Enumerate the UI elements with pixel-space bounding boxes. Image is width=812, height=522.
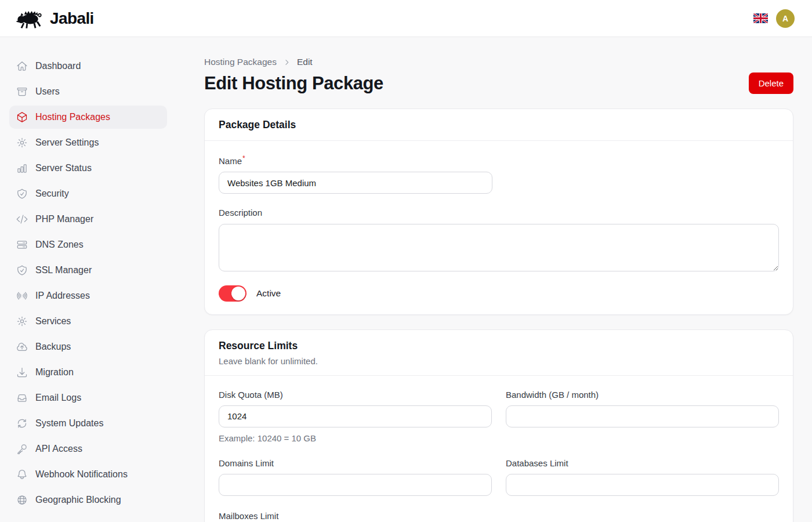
brand-name: Jabali: [50, 9, 94, 28]
sidebar-item-label: Webhook Notifications: [35, 470, 128, 479]
sidebar-item-services[interactable]: Services: [9, 310, 167, 333]
bandwidth-label: Bandwidth (GB / month): [506, 390, 779, 400]
bandwidth-input[interactable]: [506, 405, 779, 427]
sidebar-item-label: Server Status: [35, 164, 92, 173]
toggle-knob: [231, 287, 245, 300]
key-icon: [16, 443, 28, 455]
databases-limit-field: Databases Limit: [506, 458, 779, 496]
bar-chart-icon: [16, 162, 28, 174]
sidebar-item-label: Users: [35, 87, 60, 96]
inbox-icon: [16, 392, 28, 404]
mailboxes-limit-label: Mailboxes Limit: [219, 511, 492, 521]
app-header: Jabali A: [0, 0, 812, 37]
bandwidth-field: Bandwidth (GB / month): [506, 390, 779, 443]
sidebar-item-api-access[interactable]: API Access: [9, 437, 167, 461]
mailboxes-limit-field: Mailboxes Limit: [219, 511, 492, 522]
disk-quota-field: Disk Quota (MB) Example: 10240 = 10 GB: [219, 390, 492, 443]
name-label-text: Name: [219, 156, 242, 166]
resource-limits-card-header: Resource Limits Leave blank for unlimite…: [205, 330, 793, 376]
sidebar: Dashboard Users Hosting Packages Server …: [0, 37, 186, 522]
databases-limit-input[interactable]: [506, 474, 779, 496]
domains-limit-input[interactable]: [219, 474, 492, 496]
databases-limit-label: Databases Limit: [506, 458, 779, 468]
active-label: Active: [256, 288, 281, 299]
refresh-icon: [16, 418, 28, 429]
sidebar-item-dns-zones[interactable]: DNS Zones: [9, 233, 167, 256]
domains-limit-field: Domains Limit: [219, 458, 492, 496]
gear-icon: [16, 137, 28, 148]
sidebar-item-ip-addresses[interactable]: IP Addresses: [9, 284, 167, 307]
sidebar-item-security[interactable]: Security: [9, 182, 167, 205]
active-toggle[interactable]: [219, 285, 246, 302]
description-textarea[interactable]: [219, 224, 779, 271]
globe-icon: [16, 494, 28, 506]
disk-quota-label: Disk Quota (MB): [219, 390, 492, 400]
sidebar-item-label: Hosting Packages: [35, 113, 110, 122]
sidebar-item-label: Dashboard: [35, 61, 81, 71]
page-title: Edit Hosting Package: [204, 73, 383, 94]
resource-limits-card: Resource Limits Leave blank for unlimite…: [204, 329, 793, 522]
bell-icon: [16, 469, 28, 480]
sidebar-item-label: IP Addresses: [35, 291, 90, 300]
domains-limit-label: Domains Limit: [219, 458, 492, 468]
brand-logo[interactable]: Jabali: [15, 8, 94, 29]
sidebar-item-geographic-blocking[interactable]: Geographic Blocking: [9, 488, 167, 512]
shield-check-icon: [16, 188, 28, 200]
breadcrumb-link-hosting-packages[interactable]: Hosting Packages: [204, 57, 277, 67]
sidebar-item-label: Geographic Blocking: [35, 495, 121, 505]
cloud-upload-icon: [16, 341, 28, 353]
delete-button[interactable]: Delete: [749, 72, 793, 94]
sidebar-item-label: Migration: [35, 368, 74, 377]
sidebar-item-ssl-manager[interactable]: SSL Manager: [9, 259, 167, 282]
package-cube-icon: [16, 111, 28, 123]
code-icon: [16, 213, 28, 225]
disk-quota-hint: Example: 10240 = 10 GB: [219, 433, 492, 443]
sidebar-item-label: Server Settings: [35, 138, 99, 147]
sidebar-item-migration[interactable]: Migration: [9, 361, 167, 384]
signal-icon: [16, 290, 28, 302]
sidebar-item-dashboard[interactable]: Dashboard: [9, 55, 167, 78]
main-content: Hosting Packages Edit Edit Hosting Packa…: [186, 37, 812, 522]
sidebar-item-label: API Access: [35, 444, 82, 454]
sidebar-item-system-updates[interactable]: System Updates: [9, 412, 167, 435]
card-subtitle: Leave blank for unlimited.: [219, 356, 779, 366]
sidebar-item-email-logs[interactable]: Email Logs: [9, 386, 167, 409]
name-input[interactable]: [219, 172, 492, 194]
uk-flag-icon: [753, 13, 768, 23]
breadcrumb-current: Edit: [297, 57, 313, 67]
avatar[interactable]: A: [776, 9, 795, 28]
package-details-card-header: Package Details: [205, 109, 793, 141]
home-icon: [16, 60, 28, 72]
sidebar-item-label: Services: [35, 317, 71, 326]
card-title: Resource Limits: [219, 340, 779, 352]
breadcrumb: Hosting Packages Edit: [204, 57, 793, 67]
sidebar-item-label: DNS Zones: [35, 240, 84, 249]
sidebar-item-backups[interactable]: Backups: [9, 335, 167, 358]
sidebar-item-server-settings[interactable]: Server Settings: [9, 131, 167, 154]
boar-logo-icon: [15, 8, 45, 29]
download-tray-icon: [16, 367, 28, 378]
card-title: Package Details: [219, 119, 779, 131]
description-label: Description: [219, 208, 779, 217]
chevron-right-icon: [282, 58, 291, 67]
sidebar-item-users[interactable]: Users: [9, 80, 167, 103]
sidebar-item-label: SSL Manager: [35, 266, 92, 275]
sidebar-item-label: Email Logs: [35, 393, 81, 403]
shield-check-icon: [16, 264, 28, 276]
sidebar-item-label: Security: [35, 189, 69, 198]
sidebar-item-hosting-packages[interactable]: Hosting Packages: [9, 106, 167, 129]
sidebar-item-label: System Updates: [35, 419, 103, 428]
name-label: Name*: [219, 155, 779, 166]
server-stack-icon: [16, 239, 28, 251]
sidebar-item-label: Backups: [35, 342, 71, 351]
required-asterisk: *: [242, 154, 245, 162]
disk-quota-input[interactable]: [219, 405, 492, 427]
sidebar-item-label: PHP Manager: [35, 215, 93, 224]
sidebar-item-server-status[interactable]: Server Status: [9, 157, 167, 180]
sidebar-item-webhook-notifications[interactable]: Webhook Notifications: [9, 463, 167, 486]
language-flag-button[interactable]: [753, 13, 768, 23]
sidebar-item-php-manager[interactable]: PHP Manager: [9, 208, 167, 231]
archive-box-icon: [16, 86, 28, 97]
package-details-card: Package Details Name* Description Active: [204, 108, 793, 315]
gear-icon: [16, 316, 28, 327]
